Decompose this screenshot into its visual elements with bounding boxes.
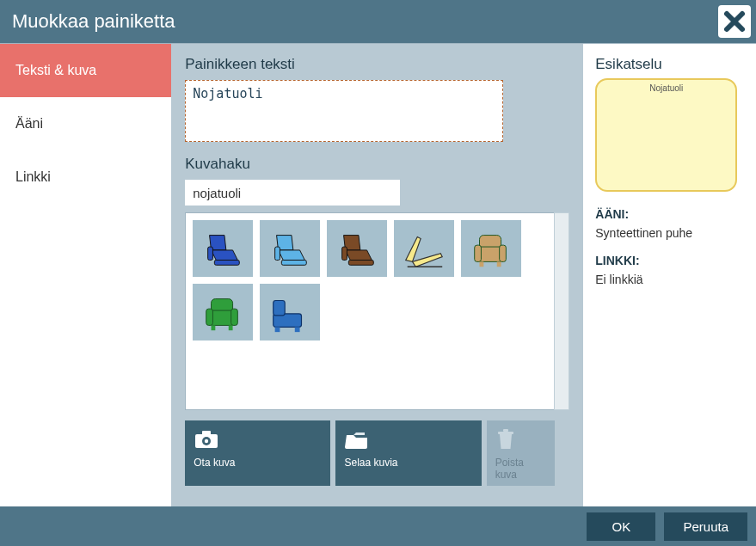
take-photo-button[interactable]: Ota kuva — [185, 420, 330, 486]
button-text-input[interactable] — [185, 80, 503, 142]
titlebar: Muokkaa painiketta — [0, 0, 756, 43]
take-photo-label: Ota kuva — [194, 457, 322, 469]
image-search-label: Kuvahaku — [185, 156, 569, 173]
link-value: Ei linkkiä — [595, 273, 744, 286]
svg-point-26 — [205, 439, 208, 443]
svg-rect-4 — [349, 261, 374, 266]
main-panel: Painikkeen teksti Kuvahaku — [171, 44, 583, 506]
svg-rect-27 — [498, 432, 513, 434]
right-panel: Esikatselu Nojatuoli ÄÄNI: Synteettinen … — [583, 44, 756, 506]
image-result-recliner-lightblue[interactable] — [260, 220, 320, 277]
sound-value: Synteettinen puhe — [595, 226, 744, 240]
image-result-armchair-green[interactable] — [193, 284, 253, 340]
svg-rect-2 — [282, 261, 307, 266]
image-result-recliner-blue[interactable] — [193, 220, 253, 277]
preview-box: Nojatuoli — [595, 78, 737, 192]
button-text-label: Painikkeen teksti — [185, 56, 569, 73]
tab-link[interactable]: Linkki — [0, 150, 171, 204]
preview-text: Nojatuoli — [649, 83, 683, 93]
link-heading: LINKKI: — [595, 254, 744, 267]
dialog: Muokkaa painiketta Teksti & kuva Ääni Li… — [0, 0, 756, 546]
svg-rect-17 — [212, 325, 216, 330]
tab-text-image[interactable]: Teksti & kuva — [0, 44, 171, 97]
image-result-recliner-brown[interactable] — [327, 220, 387, 277]
svg-rect-18 — [229, 325, 233, 330]
close-button[interactable] — [718, 5, 751, 38]
svg-rect-24 — [202, 431, 211, 436]
dialog-title: Muokkaa painiketta — [12, 10, 175, 33]
svg-rect-9 — [475, 245, 482, 261]
delete-image-button: Poista kuva — [487, 420, 556, 486]
svg-rect-5 — [342, 247, 347, 260]
tab-sound[interactable]: Ääni — [0, 97, 171, 150]
svg-rect-21 — [275, 327, 280, 332]
svg-rect-10 — [500, 245, 507, 261]
sound-heading: ÄÄNI: — [595, 207, 744, 221]
sidebar: Teksti & kuva Ääni Linkki — [0, 44, 171, 506]
svg-rect-1 — [208, 247, 213, 260]
image-results — [185, 212, 555, 410]
browse-images-button[interactable]: Selaa kuvia — [335, 420, 481, 486]
image-result-chaise-blue[interactable] — [260, 284, 320, 340]
footer: OK Peruuta — [0, 506, 756, 546]
svg-rect-16 — [231, 309, 238, 325]
ok-button[interactable]: OK — [587, 512, 655, 541]
delete-image-label: Poista kuva — [495, 457, 547, 481]
preview-label: Esikatselu — [595, 56, 744, 73]
svg-rect-15 — [206, 309, 213, 325]
svg-rect-12 — [497, 261, 501, 267]
image-result-lounger-yellow[interactable] — [394, 220, 454, 277]
svg-rect-28 — [503, 429, 508, 432]
content-area: Teksti & kuva Ääni Linkki Painikkeen tek… — [0, 43, 756, 506]
image-search-input[interactable] — [185, 180, 400, 206]
camera-icon — [194, 427, 322, 451]
svg-rect-22 — [295, 327, 300, 332]
trash-icon — [495, 427, 547, 451]
svg-rect-3 — [275, 247, 280, 260]
browse-images-label: Selaa kuvia — [344, 457, 472, 469]
folder-icon — [344, 427, 472, 451]
svg-rect-20 — [274, 301, 286, 316]
close-icon — [722, 9, 747, 34]
image-actions: Ota kuva Selaa kuvia — [185, 420, 555, 486]
image-result-armchair-tan[interactable] — [461, 220, 521, 277]
cancel-button[interactable]: Peruuta — [664, 512, 747, 541]
results-scrollbar[interactable] — [554, 212, 569, 410]
svg-rect-11 — [480, 261, 484, 267]
svg-rect-0 — [215, 261, 240, 266]
